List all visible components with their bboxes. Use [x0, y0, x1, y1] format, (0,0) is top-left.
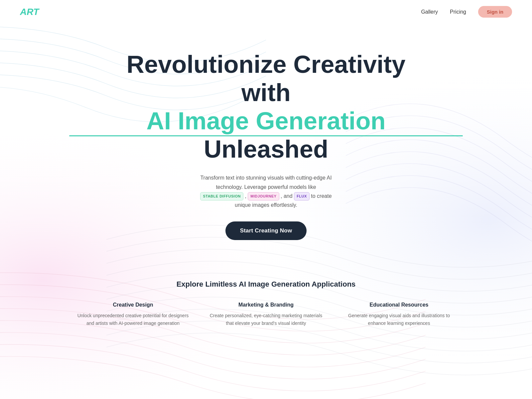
signin-button[interactable]: Sign in	[478, 6, 512, 18]
hero-section: Revolutionize Creativity with AI Image G…	[0, 24, 532, 260]
badge-stable-diffusion: STABLE DIFFUSION	[200, 192, 243, 200]
card-title-0: Creative Design	[76, 302, 190, 308]
nav-links: Gallery Pricing Sign in	[421, 6, 512, 18]
navbar: ART Gallery Pricing Sign in	[0, 0, 532, 24]
card-desc-0: Unlock unprecedented creative potential …	[76, 312, 190, 327]
features-section: Explore Limitless AI Image Generation Ap…	[0, 260, 532, 340]
card-marketing: Marketing & Branding Create personalized…	[200, 302, 332, 327]
badge-midjourney: MIDJOURNEY	[248, 192, 279, 200]
section-title: Explore Limitless AI Image Generation Ap…	[20, 280, 512, 289]
card-desc-2: Generate engaging visual aids and illust…	[342, 312, 456, 327]
card-title-1: Marketing & Branding	[209, 302, 323, 308]
feature-cards: Creative Design Unlock unprecedented cre…	[20, 302, 512, 327]
nav-gallery[interactable]: Gallery	[421, 9, 438, 15]
start-creating-button[interactable]: Start Creating Now	[225, 221, 307, 240]
hero-subtitle: Transform text into stunning visuals wit…	[196, 173, 336, 209]
card-title-2: Educational Resources	[342, 302, 456, 308]
logo[interactable]: ART	[20, 7, 39, 17]
nav-pricing[interactable]: Pricing	[450, 9, 466, 15]
hero-title: Revolutionize Creativity with AI Image G…	[20, 50, 512, 163]
card-creative-design: Creative Design Unlock unprecedented cre…	[66, 302, 200, 327]
badge-flux: FLUX	[294, 192, 310, 200]
card-educational: Educational Resources Generate engaging …	[332, 302, 466, 327]
card-desc-1: Create personalized, eye-catching market…	[209, 312, 323, 327]
